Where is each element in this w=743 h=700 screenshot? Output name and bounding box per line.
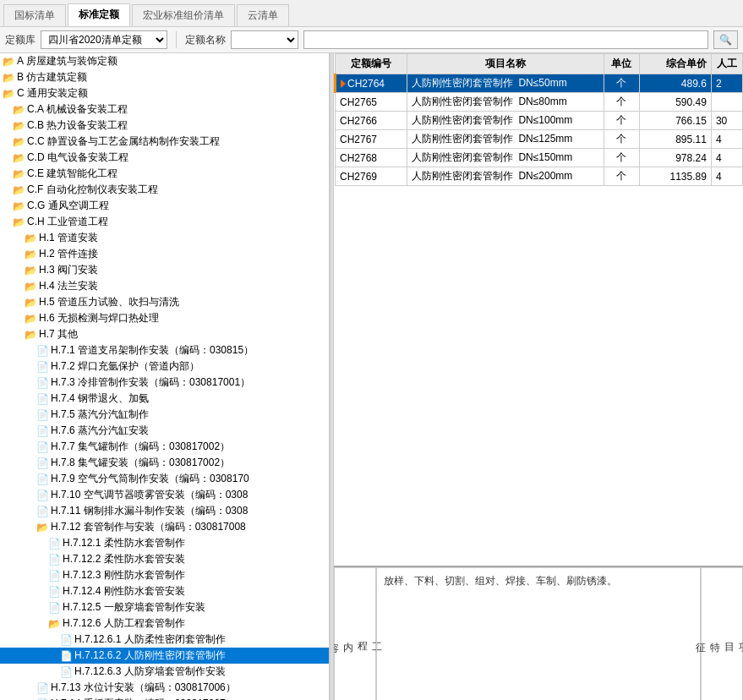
tree-item-text: C.F 自动化控制仪表安装工程 <box>27 183 329 197</box>
tree-item-text: H.7.12.6.2 人防刚性密闭套管制作 <box>74 648 329 663</box>
tab-national-list[interactable]: 国标清单 <box>3 4 66 26</box>
tree-item-11[interactable]: 📂C.H 工业管道工程 <box>0 214 329 230</box>
quota-db-select[interactable]: 四川省2020清单定额 <box>41 30 167 49</box>
tree-item-2[interactable]: 📂B 仿古建筑定额 <box>0 69 329 85</box>
quota-table: 定额编号 项目名称 单位 综合单价 人工 CH2764 人防刚性密闭套管制作 D… <box>334 53 743 186</box>
tree-item-16[interactable]: 📂H.5 管道压力试验、吹扫与清洗 <box>0 294 329 310</box>
tree-item-text: C.D 电气设备安装工程 <box>27 150 329 165</box>
folder-open-icon: 📂 <box>24 328 37 342</box>
tree-item-33[interactable]: 📄H.7.12.3 刚性防水套管制作 <box>0 567 329 583</box>
tree-item-35[interactable]: 📄H.7.12.5 一般穿墙套管制作安装 <box>0 599 329 615</box>
tree-item-39[interactable]: 📄H.7.12.6.3 人防穿墙套管制作安装 <box>0 664 329 680</box>
tree-item-text: H.7.12.4 刚性防水套管安装 <box>63 584 329 599</box>
folder-open-icon: 📂 <box>12 119 25 133</box>
file-icon: 📄 <box>59 649 73 663</box>
tree-item-text: H.7.2 焊口充氩保护（管道内部） <box>51 359 329 374</box>
tree-item-4[interactable]: 📂C.A 机械设备安装工程 <box>0 101 329 118</box>
search-input[interactable] <box>303 30 708 49</box>
tree-item-text: H.4 法兰安装 <box>39 279 329 293</box>
tree-item-text: C.H 工业管道工程 <box>27 215 329 229</box>
file-icon: 📄 <box>36 344 49 358</box>
tree-item-37[interactable]: 📄H.7.12.6.1 人防柔性密闭套管制作 <box>0 632 329 648</box>
tree-item-30[interactable]: 📂H.7.12 套管制作与安装（编码：030817008 <box>0 519 329 535</box>
cell-price: 489.6 <box>640 74 712 93</box>
tree-item-25[interactable]: 📄H.7.7 集气罐制作（编码：030817002） <box>0 439 329 455</box>
tree-item-1[interactable]: 📂A 房屋建筑与装饰定额 <box>0 53 329 69</box>
col-header-name: 项目名称 <box>407 54 604 74</box>
folder-open-icon: 📂 <box>12 200 25 213</box>
quota-db-label: 定额库 <box>5 33 36 47</box>
tree-item-text: H.7.12.3 刚性防水套管制作 <box>63 568 329 582</box>
tree-item-20[interactable]: 📄H.7.2 焊口充氩保护（管道内部） <box>0 358 329 375</box>
tree-item-19[interactable]: 📄H.7.1 管道支吊架制作安装（编码：030815） <box>0 342 329 358</box>
tree-item-36[interactable]: 📂H.7.12.6 人防工程套管制作 <box>0 615 329 632</box>
file-icon: 📄 <box>47 537 61 550</box>
search-button[interactable]: 🔍 <box>713 30 738 49</box>
tree-item-41[interactable]: 📄H.7.14 手摇泵安装（编码：030817007） <box>0 696 329 700</box>
file-icon: 📄 <box>47 553 61 566</box>
cell-price: 978.24 <box>640 149 712 167</box>
tab-standard-quota[interactable]: 标准定额 <box>68 3 130 26</box>
table-row[interactable]: CH2769 人防刚性密闭套管制作 DN≤200mm 个 1135.89 4 <box>336 167 743 186</box>
tree-item-text: H.7.11 钢制排水漏斗制作安装（编码：0308 <box>51 504 329 518</box>
cell-name: 人防刚性密闭套管制作 DN≤80mm <box>407 93 604 112</box>
tree-item-3[interactable]: 📂C 通用安装定额 <box>0 85 329 101</box>
file-icon: 📄 <box>36 473 49 486</box>
cell-unit: 个 <box>604 167 639 186</box>
tree-item-7[interactable]: 📂C.D 电气设备安装工程 <box>0 150 329 166</box>
cell-name: 人防刚性密闭套管制作 DN≤100mm <box>407 112 604 130</box>
cell-extra <box>711 93 742 112</box>
tree-item-17[interactable]: 📂H.6 无损检测与焊口热处理 <box>0 310 329 326</box>
tree-item-15[interactable]: 📂H.4 法兰安装 <box>0 278 329 294</box>
tree-item-21[interactable]: 📄H.7.3 冷排管制作安装（编码：030817001） <box>0 375 329 391</box>
tab-cloud-list[interactable]: 云清单 <box>237 4 289 26</box>
table-row[interactable]: CH2766 人防刚性密闭套管制作 DN≤100mm 个 766.15 30 <box>336 112 743 130</box>
tree-item-text: B 仿古建筑定额 <box>17 70 329 85</box>
tree-item-text: H.2 管件连接 <box>39 247 329 261</box>
cell-price: 895.11 <box>640 130 712 149</box>
tree-item-text: H.7.12.6 人防工程套管制作 <box>63 616 329 631</box>
tree-item-6[interactable]: 📂C.C 静置设备与工艺金属结构制作安装工程 <box>0 134 329 150</box>
folder-open-icon: 📂 <box>24 296 37 309</box>
tab-macro-list[interactable]: 宏业标准组价清单 <box>132 4 235 26</box>
tree-item-23[interactable]: 📄H.7.5 蒸汽分汽缸制作 <box>0 407 329 423</box>
tree-item-text: C.B 热力设备安装工程 <box>27 118 329 133</box>
table-row[interactable]: CH2765 人防刚性密闭套管制作 DN≤80mm 个 590.49 <box>336 93 743 112</box>
cell-name: 人防刚性密闭套管制作 DN≤50mm <box>407 74 604 93</box>
tree-item-27[interactable]: 📄H.7.9 空气分气筒制作安装（编码：0308170 <box>0 471 329 487</box>
tree-panel: 📂A 房屋建筑与装饰定额📂B 仿古建筑定额📂C 通用安装定额📂C.A 机械设备安… <box>0 53 330 700</box>
tree-item-24[interactable]: 📄H.7.6 蒸汽分汽缸安装 <box>0 423 329 439</box>
folder-open-icon: 📂 <box>2 55 15 68</box>
table-row[interactable]: CH2767 人防刚性密闭套管制作 DN≤125mm 个 895.11 4 <box>336 130 743 149</box>
tree-item-14[interactable]: 📂H.3 阀门安装 <box>0 262 329 278</box>
tree-item-10[interactable]: 📂C.G 通风空调工程 <box>0 198 329 214</box>
quota-name-select[interactable] <box>231 30 298 49</box>
cell-code: CH2767 <box>336 130 407 149</box>
folder-open-icon: 📂 <box>24 280 37 293</box>
table-row[interactable]: CH2764 人防刚性密闭套管制作 DN≤50mm 个 489.6 2 <box>336 74 743 93</box>
cell-extra: 4 <box>711 149 742 167</box>
tree-item-18[interactable]: 📂H.7 其他 <box>0 326 329 342</box>
cell-extra: 30 <box>711 112 742 130</box>
tree-item-29[interactable]: 📄H.7.11 钢制排水漏斗制作安装（编码：0308 <box>0 503 329 519</box>
tree-item-26[interactable]: 📄H.7.8 集气罐安装（编码：030817002） <box>0 455 329 471</box>
tree-item-28[interactable]: 📄H.7.10 空气调节器喷雾管安装（编码：0308 <box>0 487 329 503</box>
tree-item-22[interactable]: 📄H.7.4 钢带退火、加氨 <box>0 391 329 407</box>
tree-item-text: C.E 建筑智能化工程 <box>27 167 329 181</box>
toolbar-divider-1 <box>176 31 177 48</box>
tree-item-32[interactable]: 📄H.7.12.2 柔性防水套管安装 <box>0 551 329 567</box>
tree-item-text: H.7.5 蒸汽分汽缸制作 <box>51 407 329 422</box>
tree-item-12[interactable]: 📂H.1 管道安装 <box>0 230 329 246</box>
table-row[interactable]: CH2768 人防刚性密闭套管制作 DN≤150mm 个 978.24 4 <box>336 149 743 167</box>
tree-item-34[interactable]: 📄H.7.12.4 刚性防水套管安装 <box>0 583 329 599</box>
tree-item-text: H.7.10 空气调节器喷雾管安装（编码：0308 <box>51 488 329 502</box>
file-icon: 📄 <box>36 424 49 438</box>
file-icon: 📄 <box>59 633 73 647</box>
tree-item-40[interactable]: 📄H.7.13 水位计安装（编码：030817006） <box>0 680 329 696</box>
tree-item-5[interactable]: 📂C.B 热力设备安装工程 <box>0 118 329 134</box>
tree-item-31[interactable]: 📄H.7.12.1 柔性防水套管制作 <box>0 535 329 551</box>
tree-item-9[interactable]: 📂C.F 自动化控制仪表安装工程 <box>0 182 329 198</box>
tree-item-8[interactable]: 📂C.E 建筑智能化工程 <box>0 166 329 182</box>
tree-item-13[interactable]: 📂H.2 管件连接 <box>0 246 329 262</box>
tree-item-38[interactable]: 📄H.7.12.6.2 人防刚性密闭套管制作 <box>0 648 329 664</box>
